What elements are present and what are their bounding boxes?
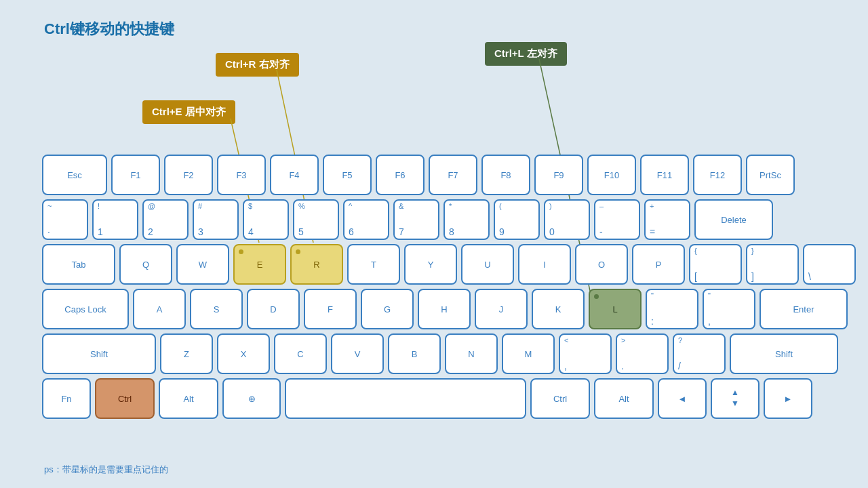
key-f4[interactable]: F4 (270, 155, 319, 195)
key-top-quote: " (708, 291, 711, 300)
key-g[interactable]: G (361, 289, 414, 329)
key-top-3: # (198, 202, 202, 210)
key-label-shift-l: Shift (90, 349, 108, 359)
key-4[interactable]: $4 (243, 199, 289, 240)
key-h[interactable]: H (418, 289, 471, 329)
key-s[interactable]: S (190, 289, 243, 329)
key-7[interactable]: &7 (393, 199, 439, 240)
key-esc[interactable]: Esc (42, 155, 107, 195)
key-k[interactable]: K (532, 289, 585, 329)
key-j[interactable]: J (475, 289, 528, 329)
key-f7[interactable]: F7 (429, 155, 477, 195)
key-quote[interactable]: ", (703, 289, 755, 329)
key-delete[interactable]: Delete (694, 199, 773, 240)
key-tab[interactable]: Tab (42, 244, 115, 285)
keyboard-row-zxcv-row: ShiftZXCVBNM<,>.?/Shift (42, 333, 825, 374)
key-8[interactable]: *8 (443, 199, 490, 240)
key-label-x: X (241, 349, 247, 359)
key-comma[interactable]: <, (559, 333, 612, 374)
key-f6[interactable]: F6 (376, 155, 425, 195)
key-n[interactable]: N (445, 333, 498, 374)
key-z[interactable]: Z (160, 333, 213, 374)
key-shift-r[interactable]: Shift (730, 333, 838, 374)
key-1[interactable]: !1 (92, 199, 138, 240)
key-tilde[interactable]: ~· (42, 199, 88, 240)
key-v[interactable]: V (331, 333, 384, 374)
key-d[interactable]: D (247, 289, 300, 329)
key-top-7: & (399, 202, 403, 210)
key-minus[interactable]: –- (594, 199, 640, 240)
key-x[interactable]: X (217, 333, 270, 374)
key-f[interactable]: F (304, 289, 357, 329)
key-lbrace[interactable]: {[ (689, 244, 742, 285)
key-2[interactable]: @2 (142, 199, 189, 240)
key-r[interactable]: R (290, 244, 343, 285)
key-slash[interactable]: ?/ (673, 333, 726, 374)
key-label-ctrl-l: Ctrl (118, 394, 132, 404)
key-ctrl-l[interactable]: Ctrl (95, 378, 155, 419)
key-bottom-8: 8 (449, 227, 454, 237)
key-f8[interactable]: F8 (481, 155, 530, 195)
key-5[interactable]: %5 (293, 199, 339, 240)
key-label-arrow-right: ► (784, 394, 793, 404)
key-o[interactable]: O (575, 244, 628, 285)
key-label-f11: F11 (657, 170, 672, 180)
key-f10[interactable]: F10 (587, 155, 636, 195)
key-pipe[interactable]: \ (803, 244, 856, 285)
key-arrow-left[interactable]: ◄ (658, 378, 707, 419)
key-fn[interactable]: Fn (42, 378, 91, 419)
key-q[interactable]: Q (119, 244, 172, 285)
key-p[interactable]: P (632, 244, 685, 285)
key-shift-l[interactable]: Shift (42, 333, 156, 374)
key-capslock[interactable]: Caps Lock (42, 289, 129, 329)
key-enter[interactable]: Enter (760, 289, 848, 329)
key-9[interactable]: (9 (494, 199, 540, 240)
key-ctrl-r[interactable]: Ctrl (530, 378, 590, 419)
key-m[interactable]: M (502, 333, 555, 374)
key-t[interactable]: T (347, 244, 400, 285)
key-label-delete: Delete (721, 215, 747, 225)
key-space-icon[interactable]: ⊕ (222, 378, 281, 419)
key-f2[interactable]: F2 (164, 155, 213, 195)
key-bottom-1: 1 (98, 227, 103, 237)
key-l[interactable]: L (589, 289, 642, 329)
key-bottom-7: 7 (399, 227, 404, 237)
key-f3[interactable]: F3 (217, 155, 266, 195)
key-w[interactable]: W (176, 244, 229, 285)
key-f5[interactable]: F5 (323, 155, 372, 195)
key-0[interactable]: )0 (544, 199, 590, 240)
key-f11[interactable]: F11 (640, 155, 689, 195)
key-rbrace[interactable]: }] (746, 244, 799, 285)
key-arrow-right[interactable]: ► (764, 378, 812, 419)
key-f1[interactable]: F1 (111, 155, 160, 195)
key-f12[interactable]: F12 (693, 155, 742, 195)
key-prtsc[interactable]: PrtSc (746, 155, 795, 195)
key-alt-r[interactable]: Alt (594, 378, 654, 419)
key-b[interactable]: B (388, 333, 441, 374)
key-top-2: @ (148, 202, 155, 210)
key-period[interactable]: >. (616, 333, 669, 374)
key-label-f10: F10 (604, 170, 619, 180)
key-label-v: V (355, 349, 361, 359)
key-alt-l[interactable]: Alt (159, 378, 218, 419)
key-u[interactable]: U (461, 244, 514, 285)
key-label-y: Y (428, 260, 434, 270)
key-f9[interactable]: F9 (534, 155, 583, 195)
key-3[interactable]: #3 (193, 199, 239, 240)
key-6[interactable]: ^6 (343, 199, 389, 240)
key-arrow-updown[interactable]: ▲▼ (711, 378, 760, 419)
key-c[interactable]: C (274, 333, 327, 374)
key-space[interactable] (285, 378, 526, 419)
key-e[interactable]: E (233, 244, 286, 285)
key-bottom-3: 3 (198, 227, 203, 237)
key-bottom-period: . (621, 361, 624, 371)
key-label-r: R (313, 260, 319, 270)
key-i[interactable]: I (518, 244, 571, 285)
key-label-a: A (157, 304, 163, 314)
key-a[interactable]: A (133, 289, 186, 329)
key-label-arrow-left: ◄ (678, 394, 687, 404)
key-bottom-6: 6 (349, 227, 354, 237)
key-equal[interactable]: += (644, 199, 690, 240)
key-semicolon[interactable]: ": (646, 289, 698, 329)
key-y[interactable]: Y (404, 244, 457, 285)
